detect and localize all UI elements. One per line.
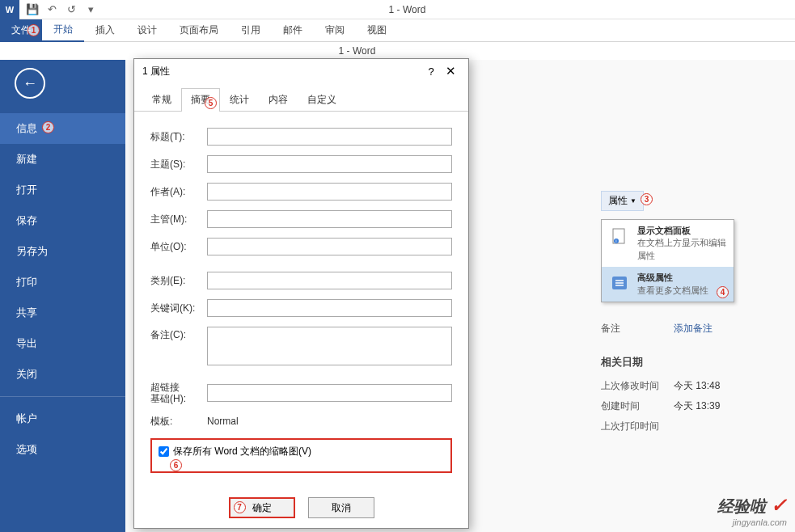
help-button[interactable]: ? <box>421 65 441 78</box>
label-manager: 主管(M): <box>150 213 207 226</box>
dd-title-2: 高级属性 <box>637 272 708 284</box>
input-category[interactable] <box>207 272 452 289</box>
subtitle: 1 - Word <box>0 42 795 60</box>
label-category: 类别(E): <box>150 274 207 288</box>
tab-references[interactable]: 引用 <box>230 19 272 42</box>
tab-mailings[interactable]: 邮件 <box>272 19 314 42</box>
annotation-7: 7 <box>234 501 246 513</box>
sidebar-item-account[interactable]: 帐户 <box>0 403 125 434</box>
sidebar-item-export[interactable]: 导出 <box>0 328 125 359</box>
remark-label: 备注 <box>601 322 674 336</box>
thumbnail-checkbox[interactable] <box>159 446 169 457</box>
sidebar-item-new[interactable]: 新建 <box>0 144 125 175</box>
close-button[interactable]: ✕ <box>441 64 460 78</box>
sidebar-item-close[interactable]: 关闭 <box>0 359 125 390</box>
label-author: 作者(A): <box>150 185 207 199</box>
template-value: Normal <box>207 416 239 427</box>
annotation-2: 2 <box>42 121 54 133</box>
sidebar-item-info[interactable]: 信息 2 <box>0 113 125 144</box>
properties-panel: 属性 ▼ 3 i 显示文档面板 在文档上方显示和编辑属性 <box>601 191 763 437</box>
tab-design[interactable]: 设计 <box>126 19 168 42</box>
label-hyperlink: 超链接 基础(H): <box>150 382 207 405</box>
tab-file[interactable]: 文件 1 <box>0 19 42 42</box>
annotation-6: 6 <box>170 459 182 471</box>
annotation-4: 4 <box>717 286 729 298</box>
dd-title-1: 显示文档面板 <box>637 225 727 237</box>
input-company[interactable] <box>207 238 452 255</box>
created-value: 今天 13:39 <box>674 399 720 413</box>
tab-review[interactable]: 审阅 <box>314 19 356 42</box>
redo-icon[interactable]: ↺ <box>61 0 81 19</box>
dialog-title: 1 属性 <box>142 65 421 78</box>
tab-contents[interactable]: 内容 <box>259 88 298 111</box>
qat-dropdown-icon[interactable]: ▾ <box>81 0 100 19</box>
sidebar-item-save[interactable]: 保存 <box>0 205 125 236</box>
titlebar: W 💾 ↶ ↺ ▾ 1 - Word <box>0 0 795 19</box>
tab-statistics[interactable]: 统计 <box>220 88 259 111</box>
sidebar-item-open[interactable]: 打开 <box>0 175 125 205</box>
dates-heading: 相关日期 <box>601 355 763 369</box>
label-template: 模板: <box>150 415 207 429</box>
printed-label: 上次打印时间 <box>601 420 674 433</box>
sidebar-item-share[interactable]: 共享 <box>0 298 125 328</box>
ok-button[interactable]: 7 确定 <box>229 497 295 518</box>
modified-label: 上次修改时间 <box>601 379 674 393</box>
document-panel-icon: i <box>608 225 631 247</box>
sidebar-item-print[interactable]: 打印 <box>0 267 125 298</box>
dd-sub-1: 在文档上方显示和编辑属性 <box>637 237 727 262</box>
thumbnail-checkbox-row: 保存所有 Word 文档的缩略图(V) 6 <box>150 438 452 473</box>
input-keywords[interactable] <box>207 299 452 317</box>
created-label: 创建时间 <box>601 399 674 413</box>
word-icon: W <box>0 0 19 19</box>
undo-icon[interactable]: ↶ <box>42 0 61 19</box>
tab-view[interactable]: 视图 <box>356 19 398 42</box>
ribbon: 文件 1 开始 插入 设计 页面布局 引用 邮件 审阅 视图 <box>0 19 795 42</box>
input-author[interactable] <box>207 183 452 201</box>
dialog-body: 标题(T): 主题(S): 作者(A): 主管(M): 单位(O): 类别(E)… <box>134 112 468 488</box>
cancel-button[interactable]: 取消 <box>308 497 374 518</box>
tab-general[interactable]: 常规 <box>142 88 181 111</box>
modified-value: 今天 13:48 <box>674 379 720 393</box>
input-hyperlink[interactable] <box>207 384 452 402</box>
dropdown-advanced-props[interactable]: 高级属性 查看更多文档属性 4 <box>602 267 734 302</box>
label-comments: 备注(C): <box>150 327 207 342</box>
list-icon <box>608 272 631 294</box>
label-company: 单位(O): <box>150 240 207 254</box>
properties-dialog: 1 属性 ? ✕ 常规 摘要 5 统计 内容 自定义 标题(T): 主题(S):… <box>133 58 469 529</box>
save-icon[interactable]: 💾 <box>23 0 42 19</box>
svg-text:i: i <box>615 239 616 243</box>
tab-layout[interactable]: 页面布局 <box>168 19 230 42</box>
label-subject: 主题(S): <box>150 158 207 171</box>
sidebar-item-saveas[interactable]: 另存为 <box>0 236 125 267</box>
backstage-sidebar: ← 信息 2 新建 打开 保存 另存为 打印 共享 导出 关闭 帐户 选项 <box>0 60 125 532</box>
chevron-down-icon: ▼ <box>630 197 636 205</box>
watermark: 经验啦 ✓ jingyanla.com <box>717 494 787 527</box>
thumbnail-checkbox-label: 保存所有 Word 文档的缩略图(V) <box>173 445 311 458</box>
properties-dropdown-button[interactable]: 属性 ▼ 3 <box>601 191 644 211</box>
properties-dropdown: i 显示文档面板 在文档上方显示和编辑属性 高级属性 查看更多文档属性 <box>601 219 734 302</box>
tab-summary[interactable]: 摘要 5 <box>181 88 220 112</box>
annotation-3: 3 <box>641 193 653 205</box>
label-title: 标题(T): <box>150 130 207 144</box>
dialog-titlebar[interactable]: 1 属性 ? ✕ <box>134 59 468 83</box>
input-title[interactable] <box>207 128 452 146</box>
input-manager[interactable] <box>207 210 452 228</box>
dialog-footer: 7 确定 取消 <box>134 488 468 528</box>
input-subject[interactable] <box>207 155 452 173</box>
dialog-tabs: 常规 摘要 5 统计 内容 自定义 <box>134 88 468 112</box>
back-button[interactable]: ← <box>15 68 45 99</box>
dropdown-show-panel[interactable]: i 显示文档面板 在文档上方显示和编辑属性 <box>602 220 734 267</box>
tab-home[interactable]: 开始 <box>42 19 84 42</box>
input-comments[interactable] <box>207 327 452 365</box>
window-title: 1 - Word <box>100 4 795 15</box>
tab-insert[interactable]: 插入 <box>84 19 126 42</box>
label-keywords: 关键词(K): <box>150 302 207 315</box>
tab-custom[interactable]: 自定义 <box>298 88 346 111</box>
check-icon: ✓ <box>771 494 787 516</box>
dd-sub-2: 查看更多文档属性 <box>637 285 708 297</box>
sidebar-item-options[interactable]: 选项 <box>0 434 125 465</box>
remark-value[interactable]: 添加备注 <box>674 322 713 336</box>
